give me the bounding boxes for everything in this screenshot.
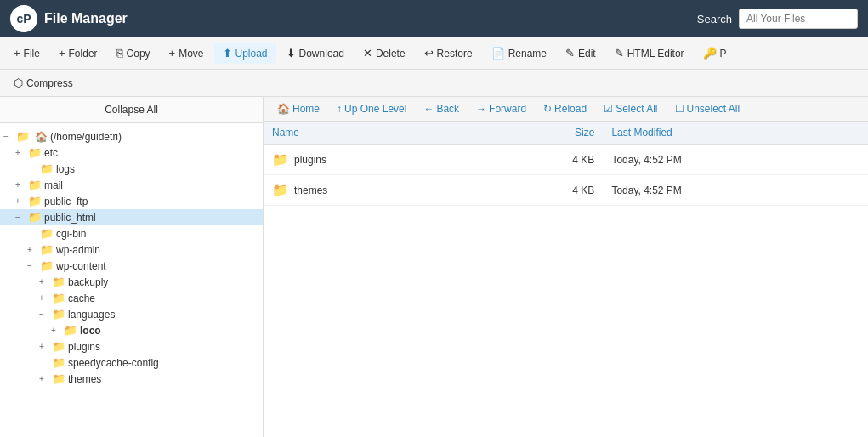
tree-toggle[interactable]: + bbox=[15, 196, 26, 206]
tree-container[interactable]: − 📁 🏠 (/home/guidetri) + 📁 etc 📁 logs bbox=[0, 123, 263, 437]
tree-toggle[interactable]: + bbox=[27, 245, 37, 254]
tree-item-public-html[interactable]: − 📁 public_html bbox=[0, 209, 263, 225]
tree-label: cache bbox=[68, 292, 95, 304]
delete-label: Delete bbox=[376, 48, 406, 60]
folder-icon: 📁 bbox=[52, 275, 65, 288]
tree-item-etc[interactable]: + 📁 etc bbox=[0, 145, 263, 161]
tree-toggle[interactable]: + bbox=[51, 326, 61, 335]
back-button[interactable]: ← Back bbox=[417, 100, 466, 117]
edit-button[interactable]: ✎ Edit bbox=[557, 43, 604, 64]
home-nav-icon: 🏠 bbox=[277, 103, 290, 115]
tree-item-backuply[interactable]: + 📁 backuply bbox=[0, 274, 263, 290]
forward-label: Forward bbox=[489, 103, 526, 115]
toolbar2: ⬡ Compress bbox=[0, 70, 868, 97]
download-icon: ⬇ bbox=[286, 47, 296, 60]
file-name-cell: 📁 plugins bbox=[264, 145, 484, 175]
tree-item-speedycache-config[interactable]: 📁 speedycache-config bbox=[0, 355, 263, 371]
file-label: File bbox=[24, 48, 40, 60]
upload-button[interactable]: ⬆ Upload bbox=[214, 43, 276, 64]
file-size-cell: 4 KB bbox=[484, 175, 603, 206]
tree-toggle[interactable]: + bbox=[39, 277, 49, 287]
tree-toggle[interactable]: + bbox=[15, 148, 26, 157]
tree-toggle[interactable]: − bbox=[27, 261, 37, 270]
collapse-all-button[interactable]: Collapse All bbox=[0, 97, 263, 123]
compress-label: Compress bbox=[26, 77, 73, 89]
download-label: Download bbox=[299, 48, 344, 60]
tree-label: backuply bbox=[68, 276, 108, 288]
folder-button[interactable]: + Folder bbox=[50, 43, 106, 64]
tree-toggle[interactable]: − bbox=[39, 309, 49, 319]
tree-toggle bbox=[27, 164, 37, 173]
tree-toggle[interactable]: + bbox=[15, 180, 26, 190]
tree-item-languages[interactable]: − 📁 languages bbox=[0, 306, 263, 322]
sidebar: Collapse All − 📁 🏠 (/home/guidetri) + 📁 … bbox=[0, 97, 264, 437]
tree-item-loco[interactable]: + 📁 loco bbox=[0, 322, 263, 338]
modified-column-header: Last Modified bbox=[603, 122, 868, 145]
tree-item-mail[interactable]: + 📁 mail bbox=[0, 177, 263, 193]
html-editor-button[interactable]: ✎ HTML Editor bbox=[606, 43, 693, 64]
tree-item-wp-admin[interactable]: + 📁 wp-admin bbox=[0, 241, 263, 258]
file-button[interactable]: + File bbox=[5, 43, 48, 64]
tree-label: languages bbox=[68, 309, 115, 321]
tree-label: etc bbox=[44, 147, 58, 159]
table-row[interactable]: 📁 themes 4 KB Today, 4:52 PM bbox=[264, 175, 868, 206]
unselect-all-icon: ☐ bbox=[675, 103, 684, 115]
download-button[interactable]: ⬇ Download bbox=[278, 43, 353, 64]
tree-label: plugins bbox=[68, 341, 100, 353]
tree-label: cgi-bin bbox=[56, 228, 86, 240]
copy-button[interactable]: ⎘ Copy bbox=[108, 43, 159, 64]
folder-icon: 📁 bbox=[272, 151, 289, 167]
tree-item-plugins[interactable]: + 📁 plugins bbox=[0, 338, 263, 355]
tree-toggle[interactable]: + bbox=[39, 293, 49, 303]
permissions-icon: 🔑 bbox=[703, 47, 717, 60]
html-editor-icon: ✎ bbox=[615, 47, 624, 60]
folder-icon: 📁 bbox=[52, 356, 65, 369]
compress-icon: ⬡ bbox=[14, 77, 23, 89]
file-name-wrapper: 📁 themes bbox=[272, 182, 475, 198]
files-table: Name Size Last Modified 📁 plugins 4 bbox=[264, 122, 868, 206]
home-nav-button[interactable]: 🏠 Home bbox=[270, 100, 326, 117]
tree-toggle[interactable]: + bbox=[39, 374, 49, 383]
html-editor-label: HTML Editor bbox=[627, 48, 684, 60]
logo-area: cP File Manager bbox=[10, 5, 697, 32]
delete-icon: ✕ bbox=[363, 47, 372, 60]
tree-toggle[interactable]: − bbox=[3, 132, 14, 141]
permissions-button[interactable]: 🔑 P bbox=[695, 43, 735, 64]
table-header: Name Size Last Modified bbox=[264, 122, 868, 145]
tree-item-cgi-bin[interactable]: 📁 cgi-bin bbox=[0, 225, 263, 241]
edit-icon: ✎ bbox=[565, 47, 575, 60]
tree-item-logs[interactable]: 📁 logs bbox=[0, 161, 263, 177]
unselect-all-button[interactable]: ☐ Unselect All bbox=[668, 100, 747, 117]
size-column-header: Size bbox=[484, 122, 603, 145]
tree-label: (/home/guidetri) bbox=[50, 131, 122, 143]
tree-label: logs bbox=[56, 163, 75, 175]
rename-label: Rename bbox=[508, 48, 547, 60]
copy-label: Copy bbox=[127, 48, 150, 60]
tree-item-wp-content[interactable]: − 📁 wp-content bbox=[0, 258, 263, 274]
file-modified-cell: Today, 4:52 PM bbox=[603, 175, 868, 206]
forward-button[interactable]: → Forward bbox=[469, 100, 533, 117]
folder-icon: 📁 bbox=[52, 372, 65, 385]
restore-button[interactable]: ↩ Restore bbox=[416, 43, 481, 64]
tree-toggle[interactable]: − bbox=[15, 213, 26, 222]
up-one-level-button[interactable]: ↑ Up One Level bbox=[330, 100, 413, 117]
tree-label: wp-admin bbox=[56, 244, 100, 256]
tree-toggle bbox=[39, 358, 49, 367]
tree-item-themes[interactable]: + 📁 themes bbox=[0, 371, 263, 387]
tree-toggle[interactable]: + bbox=[39, 342, 49, 351]
search-input[interactable] bbox=[739, 9, 858, 29]
select-all-button[interactable]: ☑ Select All bbox=[597, 100, 664, 117]
compress-button[interactable]: ⬡ Compress bbox=[5, 72, 82, 94]
move-button[interactable]: + Move bbox=[161, 43, 213, 64]
edit-label: Edit bbox=[578, 48, 596, 60]
tree-item-cache[interactable]: + 📁 cache bbox=[0, 290, 263, 306]
folder-label: Folder bbox=[69, 48, 98, 60]
back-label: Back bbox=[436, 103, 459, 115]
tree-item-public-ftp[interactable]: + 📁 public_ftp bbox=[0, 193, 263, 209]
table-row[interactable]: 📁 plugins 4 KB Today, 4:52 PM bbox=[264, 145, 868, 175]
delete-button[interactable]: ✕ Delete bbox=[355, 43, 414, 64]
tree-item-home[interactable]: − 📁 🏠 (/home/guidetri) bbox=[0, 128, 263, 145]
folder-icon: 📁 bbox=[16, 130, 30, 143]
rename-button[interactable]: 📄 Rename bbox=[483, 43, 555, 64]
reload-button[interactable]: ↻ Reload bbox=[536, 100, 593, 117]
